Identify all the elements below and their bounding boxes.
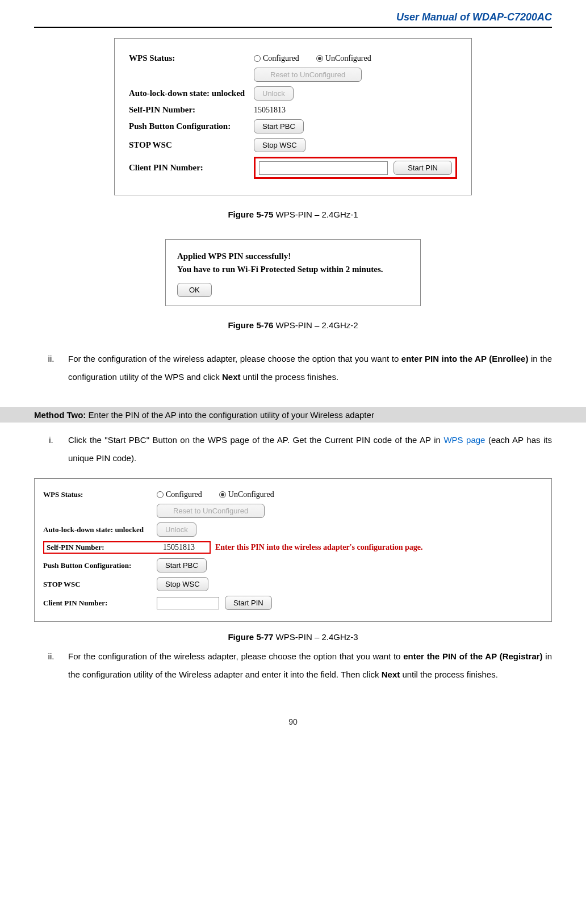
unlock-button[interactable]: Unlock	[157, 522, 196, 537]
figure-5-76-bold: Figure 5-76	[228, 320, 273, 330]
start-pin-button[interactable]: Start PIN	[394, 161, 452, 175]
method-two-bold: Method Two:	[34, 410, 86, 420]
wps-panel-1: WPS Status: Configured UnConfigured Rese…	[114, 38, 472, 195]
dialog-line-1: Applied WPS PIN successfully!	[177, 252, 409, 261]
unlock-button[interactable]: Unlock	[254, 86, 294, 101]
wps-page-link[interactable]: WPS page	[443, 435, 485, 445]
list-number: i.	[34, 431, 68, 467]
start-pbc-button[interactable]: Start PBC	[254, 119, 304, 133]
client-pin-input[interactable]	[259, 161, 388, 175]
header-divider	[34, 27, 552, 28]
figure-5-76-caption: Figure 5-76 WPS-PIN – 2.4GHz-2	[34, 320, 552, 330]
para-text: until the process finishes.	[240, 372, 338, 382]
figure-5-76-text: WPS-PIN – 2.4GHz-2	[273, 320, 358, 330]
figure-5-77-caption: Figure 5-77 WPS-PIN – 2.4GHz-3	[34, 632, 552, 642]
stopwsc-label: STOP WSC	[129, 140, 254, 150]
list-number: ii.	[34, 350, 68, 386]
clientpin-label: Client PIN Number:	[129, 163, 254, 173]
para-text: For the configuration of the wireless ad…	[68, 354, 401, 363]
para-bold-1: enter the PIN of the AP (Registrar)	[403, 651, 542, 661]
selfpin-value: 15051813	[254, 106, 286, 115]
selfpin-label: Self-PIN Number:	[47, 543, 157, 552]
paragraph-ii-2: ii. For the configuration of the wireles…	[34, 647, 552, 683]
radio-unconfigured[interactable]: UnConfigured	[219, 490, 274, 499]
figure-5-75-caption: Figure 5-75 WPS-PIN – 2.4GHz-1	[34, 210, 552, 219]
client-pin-input[interactable]	[157, 597, 219, 609]
method-two-bar: Method Two: Enter the PIN of the AP into…	[0, 407, 586, 423]
autolock-label: Auto-lock-down state: unlocked	[129, 89, 254, 98]
radio-icon	[254, 55, 261, 62]
radio-icon	[219, 491, 226, 498]
radio-unconfigured-label: UnConfigured	[325, 54, 371, 63]
doc-header-title: User Manual of WDAP-C7200AC	[34, 11, 552, 27]
figure-5-77-bold: Figure 5-77	[228, 632, 273, 642]
radio-configured[interactable]: Configured	[254, 54, 299, 63]
para-bold-2: Next	[222, 372, 241, 382]
figure-5-77-text: WPS-PIN – 2.4GHz-3	[273, 632, 358, 642]
selfpin-value: 15051813	[163, 543, 195, 552]
para-text: Click the "Start PBC" Button on the WPS …	[68, 435, 443, 445]
pbc-label: Push Button Configuration:	[129, 122, 254, 131]
red-annotation: Enter this PIN into the wireless adapter…	[215, 543, 422, 552]
list-number: ii.	[34, 647, 68, 683]
wps-status-label: WPS Status:	[129, 53, 254, 63]
figure-5-75-bold: Figure 5-75	[228, 210, 273, 219]
para-bold-1: enter PIN into the AP (Enrollee)	[401, 354, 529, 363]
para-bold-2: Next	[382, 670, 400, 679]
stop-wsc-button[interactable]: Stop WSC	[254, 138, 305, 152]
client-pin-highlight: Start PIN	[254, 157, 457, 179]
para-text: until the process finishes.	[400, 670, 498, 679]
start-pin-button[interactable]: Start PIN	[225, 596, 272, 610]
radio-configured-label: Configured	[166, 490, 202, 499]
radio-configured-label: Configured	[263, 54, 299, 63]
selfpin-label: Self-PIN Number:	[129, 105, 254, 115]
wps-panel-3: WPS Status: Configured UnConfigured Rese…	[34, 478, 552, 622]
clientpin-label: Client PIN Number:	[43, 599, 157, 608]
method-two-text: Enter the PIN of the AP into the configu…	[86, 410, 374, 420]
pbc-label: Push Button Configuration:	[43, 561, 157, 570]
reset-unconfigured-button[interactable]: Reset to UnConfigured	[254, 68, 362, 82]
paragraph-ii-1: ii. For the configuration of the wireles…	[34, 350, 552, 386]
ok-button[interactable]: OK	[177, 283, 212, 297]
stop-wsc-button[interactable]: Stop WSC	[157, 577, 208, 591]
radio-unconfigured[interactable]: UnConfigured	[316, 54, 371, 63]
reset-unconfigured-button[interactable]: Reset to UnConfigured	[157, 504, 265, 518]
para-text: For the configuration of the wireless ad…	[68, 651, 403, 661]
radio-icon	[157, 491, 164, 498]
stopwsc-label: STOP WSC	[43, 580, 157, 589]
radio-configured[interactable]: Configured	[157, 490, 202, 499]
dialog-line-2: You have to run Wi-Fi Protected Setup wi…	[177, 265, 409, 274]
radio-unconfigured-label: UnConfigured	[228, 490, 274, 499]
start-pbc-button[interactable]: Start PBC	[157, 558, 207, 572]
paragraph-i: i. Click the "Start PBC" Button on the W…	[34, 431, 552, 467]
selfpin-highlight-row: Self-PIN Number: 15051813 Enter this PIN…	[43, 541, 543, 554]
autolock-label: Auto-lock-down state: unlocked	[43, 525, 157, 534]
wps-dialog-panel: Applied WPS PIN successfully! You have t…	[165, 239, 421, 306]
radio-icon	[316, 55, 323, 62]
wps-status-label: WPS Status:	[43, 490, 157, 499]
figure-5-75-text: WPS-PIN – 2.4GHz-1	[273, 210, 358, 219]
page-number: 90	[34, 717, 552, 726]
